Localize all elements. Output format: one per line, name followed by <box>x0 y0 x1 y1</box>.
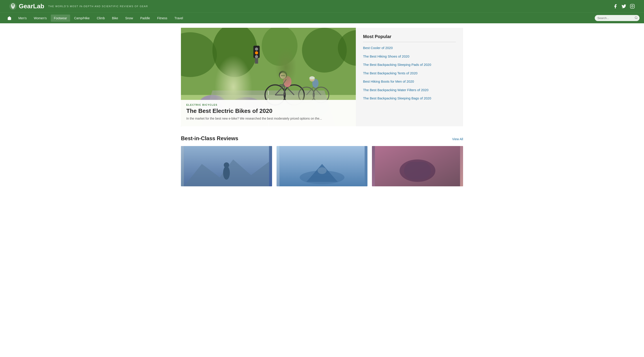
svg-point-33 <box>310 76 315 82</box>
card-image-1 <box>181 146 272 186</box>
svg-point-24 <box>279 71 287 79</box>
list-item: Best Hiking Boots for Men of 2020 <box>363 79 456 84</box>
svg-point-1 <box>12 4 14 5</box>
list-item: Best Cooler of 2020 <box>363 46 456 50</box>
hero-section: ELECTRIC BICYCLES The Best Electric Bike… <box>181 28 463 126</box>
site-tagline: THE WORLD'S MOST IN-DEPTH AND SCIENTIFIC… <box>48 5 148 8</box>
list-item: The Best Backpacking Water Filters of 20… <box>363 88 456 92</box>
search-bar <box>595 15 640 21</box>
svg-line-31 <box>314 87 321 95</box>
sidebar-link-5[interactable]: Best Hiking Boots for Men of 2020 <box>363 80 414 83</box>
svg-rect-36 <box>254 46 260 58</box>
svg-rect-7 <box>181 28 356 95</box>
social-icons <box>613 4 635 9</box>
svg-rect-35 <box>255 46 258 64</box>
svg-line-5 <box>637 18 638 19</box>
view-all-link[interactable]: View All <box>452 137 463 141</box>
sidebar-link-2[interactable]: The Best Hiking Shoes of 2020 <box>363 54 409 58</box>
card-image-3 <box>372 146 463 186</box>
nav-home[interactable] <box>4 14 14 22</box>
svg-line-27 <box>282 79 286 86</box>
hero-text-block: ELECTRIC BICYCLES The Best Electric Bike… <box>181 100 356 126</box>
logo[interactable]: GearLab <box>9 2 44 10</box>
facebook-link[interactable] <box>613 4 618 9</box>
nav-item-footwear[interactable]: Footwear <box>51 14 70 22</box>
svg-point-39 <box>255 55 258 58</box>
card-image-2 <box>276 146 368 186</box>
card-2 <box>276 146 368 186</box>
search-button[interactable] <box>634 16 638 20</box>
svg-point-23 <box>284 76 292 87</box>
nav-bar: Men's Women's Footwear Camp/Hike Climb B… <box>0 12 644 23</box>
sidebar-link-1[interactable]: Best Cooler of 2020 <box>363 46 393 50</box>
main-content: ELECTRIC BICYCLES The Best Electric Bike… <box>176 28 468 186</box>
sidebar-link-6[interactable]: The Best Backpacking Water Filters of 20… <box>363 88 428 92</box>
svg-line-30 <box>306 87 314 95</box>
svg-point-10 <box>262 28 298 66</box>
instagram-link[interactable] <box>630 4 635 9</box>
hero-image-container: ELECTRIC BICYCLES The Best Electric Bike… <box>181 28 356 126</box>
hero-title: The Best Electric Bikes of 2020 <box>186 108 350 114</box>
list-item: The Best Backpacking Sleeping Pads of 20… <box>363 62 456 67</box>
nav-item-snow[interactable]: Snow <box>122 14 136 22</box>
sidebar-link-3[interactable]: The Best Backpacking Sleeping Pads of 20… <box>363 63 431 66</box>
section-title: Best-in-Class Reviews <box>181 135 238 142</box>
sidebar-title: Most Popular <box>363 34 456 39</box>
svg-point-25 <box>280 72 286 79</box>
svg-point-49 <box>318 167 326 174</box>
section-header: Best-in-Class Reviews View All <box>181 135 463 142</box>
svg-point-43 <box>223 166 230 180</box>
svg-point-11 <box>302 28 347 72</box>
nav-item-travel[interactable]: Travel <box>171 14 186 22</box>
svg-point-34 <box>310 76 315 80</box>
list-item: The Best Hiking Shoes of 2020 <box>363 54 456 59</box>
nav-item-bike[interactable]: Bike <box>109 14 121 22</box>
nav-item-mens[interactable]: Men's <box>15 14 30 22</box>
svg-line-18 <box>275 85 284 95</box>
top-bar: GearLab THE WORLD'S MOST IN-DEPTH AND SC… <box>0 0 644 23</box>
sidebar-link-4[interactable]: The Best Backpacking Tents of 2020 <box>363 71 418 75</box>
svg-rect-2 <box>630 4 634 8</box>
sidebar-list: Best Cooler of 2020 The Best Hiking Shoe… <box>363 46 456 100</box>
sidebar-link-7[interactable]: The Best Backpacking Sleeping Bags of 20… <box>363 96 431 100</box>
hero-category: ELECTRIC BICYCLES <box>186 104 350 106</box>
sidebar: Most Popular Best Cooler of 2020 The Bes… <box>356 28 463 126</box>
list-item: The Best Backpacking Tents of 2020 <box>363 71 456 76</box>
cards-row <box>181 146 463 186</box>
nav-item-camphike[interactable]: Camp/Hike <box>71 14 93 22</box>
nav-item-paddle[interactable]: Paddle <box>137 14 153 22</box>
hero-excerpt: In the market for the best new e-bike? W… <box>186 116 350 121</box>
card-3 <box>372 146 463 186</box>
svg-point-9 <box>212 28 257 77</box>
svg-rect-53 <box>404 162 431 180</box>
list-item: The Best Backpacking Sleeping Bags of 20… <box>363 96 456 100</box>
svg-point-8 <box>181 32 217 77</box>
card-1 <box>181 146 272 186</box>
svg-line-19 <box>284 85 294 95</box>
svg-point-4 <box>635 16 637 18</box>
svg-point-32 <box>312 79 319 88</box>
search-input[interactable] <box>598 16 633 20</box>
svg-point-38 <box>255 51 258 54</box>
svg-point-37 <box>255 48 258 50</box>
svg-point-44 <box>224 162 229 168</box>
svg-point-12 <box>338 30 356 66</box>
twitter-link[interactable] <box>621 4 626 9</box>
nav-item-fitness[interactable]: Fitness <box>154 14 170 22</box>
nav-item-climb[interactable]: Climb <box>94 14 108 22</box>
best-in-class-section: Best-in-Class Reviews View All <box>181 135 463 186</box>
logo-text: GearLab <box>19 3 44 10</box>
nav-item-womens[interactable]: Women's <box>31 14 50 22</box>
